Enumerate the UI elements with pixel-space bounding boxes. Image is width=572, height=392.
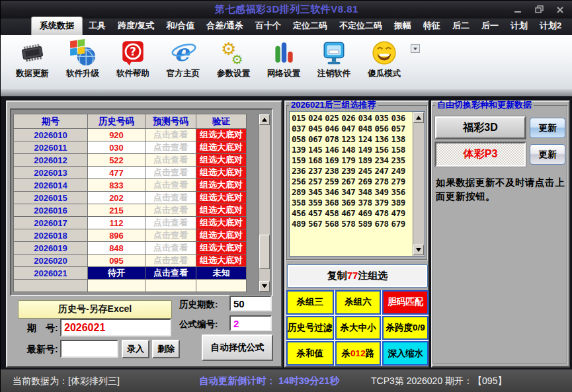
update-fucai-button[interactable]: 更新: [530, 118, 565, 138]
tab-6[interactable]: 定位二码: [287, 17, 333, 35]
countdown-status: 自动更新倒计时： 14时39分21秒: [199, 375, 339, 387]
smiley-icon: [370, 39, 398, 67]
delete-button[interactable]: 删除: [152, 340, 180, 358]
verify-cell: 组选大底对: [196, 229, 247, 242]
formula-label: 公式编号:: [179, 319, 218, 331]
upgrade-icon: [69, 39, 97, 67]
restore-button[interactable]: [533, 5, 545, 15]
help-icon: ?: [119, 39, 147, 67]
filter-button-2[interactable]: 胆码匹配: [382, 290, 429, 315]
number-cell: 202: [88, 192, 145, 204]
table-row: 2026017112点击查看组选大底对: [14, 217, 247, 229]
verify-cell: 组选大底对: [196, 129, 247, 141]
tab-8[interactable]: 振幅: [388, 17, 417, 35]
scroll-up-icon[interactable]: [413, 112, 424, 123]
latest-number-input[interactable]: [60, 340, 118, 358]
tab-2[interactable]: 跨度/复式: [112, 17, 161, 35]
predict-cell[interactable]: 点击查看: [145, 204, 196, 217]
tab-10[interactable]: 后二: [446, 17, 475, 35]
ticai-p3-button[interactable]: 体彩P3: [435, 142, 526, 167]
filter-button-8[interactable]: 深入缩水: [382, 341, 429, 366]
number-cell: 833: [88, 179, 145, 192]
scroll-down-icon[interactable]: [259, 281, 270, 292]
gears-icon: ⚙⚙: [220, 39, 247, 67]
table-scrollbar[interactable]: [259, 114, 270, 292]
toolbar-item-1[interactable]: 软件升级: [58, 39, 108, 79]
menu-tab-bar: 系统数据工具跨度/复式和/合值合差/通杀百十个定位二码不定位二码振幅特征后二后一…: [1, 19, 572, 35]
switch-title: 自由切换彩种和更新数据: [435, 99, 534, 111]
issue-cell: 2026014: [14, 179, 88, 192]
tab-5[interactable]: 百十个: [249, 17, 287, 35]
logout-monitor-icon: [320, 39, 348, 67]
predict-cell[interactable]: 点击查看: [145, 129, 196, 141]
predict-cell[interactable]: 点击查看: [145, 229, 196, 242]
predict-cell[interactable]: 点击查看: [145, 154, 196, 167]
filter-button-6[interactable]: 杀和值: [286, 341, 334, 366]
tab-0[interactable]: 系统数据: [31, 17, 83, 35]
issue-cell: 2026017: [14, 217, 88, 229]
predict-cell[interactable]: 点击查看: [145, 141, 196, 154]
tab-13[interactable]: 计划2: [534, 17, 567, 35]
table-row: 2026021待开点击查看未知: [14, 267, 247, 280]
tab-4[interactable]: 合差/通杀: [200, 17, 249, 35]
issue-input[interactable]: [60, 319, 171, 336]
toolbar-item-0[interactable]: 数据更新: [7, 39, 58, 79]
table-row: 2026020095点击查看组选大底对: [14, 255, 247, 267]
predict-cell[interactable]: 点击查看: [145, 255, 196, 267]
issue-cell: 2026018: [14, 229, 88, 242]
predict-cell[interactable]: 点击查看: [145, 192, 196, 204]
toolbar-item-7[interactable]: 傻瓜模式: [359, 39, 409, 79]
toolbar-item-label: 软件升级: [66, 68, 99, 79]
issue-cell: 2026015: [14, 192, 88, 204]
filter-button-0[interactable]: 杀组三: [286, 290, 334, 315]
enter-button[interactable]: 录入: [122, 340, 149, 358]
number-cell: 215: [88, 204, 145, 217]
verify-cell: 组选大底对: [196, 179, 247, 192]
main-area: 期号历史号码预测号码验证2026010920点击查看组选大底对202601103…: [1, 97, 572, 369]
numbers-scrollbar[interactable]: [413, 112, 425, 256]
verify-cell: 组选大底对: [196, 141, 247, 154]
fucai-3d-button[interactable]: 福彩3D: [435, 116, 526, 139]
verify-cell: 组选大底对: [196, 192, 247, 204]
filter-button-5[interactable]: 杀跨度0/9: [382, 316, 429, 340]
tab-9[interactable]: 特征: [417, 17, 446, 35]
toolbar-overflow-icon[interactable]: [411, 44, 420, 53]
copy-selections-button[interactable]: 复制77注组选: [287, 264, 428, 288]
auto-formula-button[interactable]: 自动择优公式: [202, 334, 273, 361]
update-ticai-button[interactable]: 更新: [530, 144, 565, 165]
toolbar-item-label: 注销软件: [317, 68, 350, 79]
toolbar-item-6[interactable]: 注销软件: [309, 39, 359, 79]
toolbar-item-3[interactable]: e官方主页: [158, 39, 208, 79]
toolbar-item-5[interactable]: 网络设置: [259, 39, 309, 79]
tab-11[interactable]: 后一: [475, 17, 505, 35]
predict-cell[interactable]: [145, 280, 196, 292]
formula-input[interactable]: [229, 315, 272, 331]
predict-cell[interactable]: 点击查看: [145, 179, 196, 192]
tab-7[interactable]: 不定位二码: [333, 17, 388, 35]
predict-cell[interactable]: 点击查看: [145, 167, 196, 179]
filter-button-4[interactable]: 杀大中小: [335, 316, 382, 340]
scroll-down-icon[interactable]: [413, 245, 424, 255]
verify-cell: 组选大底对: [196, 204, 247, 217]
window-title: 第七感福彩3D排列三软件V8.81: [1, 3, 572, 16]
predict-cell[interactable]: 点击查看: [145, 242, 196, 255]
scrollbar-thumb[interactable]: [259, 235, 270, 269]
close-button[interactable]: [554, 5, 566, 15]
toolbar-item-4[interactable]: ⚙⚙参数设置: [208, 39, 259, 79]
filter-button-3[interactable]: 历史号过滤: [286, 316, 334, 340]
scroll-up-icon[interactable]: [259, 114, 270, 125]
recommend-numbers-text[interactable]: 015 024 025 026 034 035 036 037 045 046 …: [290, 112, 413, 256]
filter-button-1[interactable]: 杀组六: [335, 290, 382, 315]
filter-button-7[interactable]: 杀012路: [335, 341, 382, 366]
export-excel-button[interactable]: 历史号-另存Excel: [18, 300, 172, 319]
tab-12[interactable]: 计划: [505, 17, 534, 35]
current-data-status: 当前数据为：[体彩排列三]: [13, 375, 120, 387]
minimize-button[interactable]: [512, 5, 524, 15]
predict-cell[interactable]: 点击查看: [145, 217, 196, 229]
tab-1[interactable]: 工具: [83, 17, 112, 35]
number-cell: 920: [88, 129, 145, 141]
toolbar-item-2[interactable]: ?软件帮助: [108, 39, 158, 79]
periods-input[interactable]: [229, 295, 272, 311]
tab-3[interactable]: 和/合值: [161, 17, 201, 35]
predict-cell[interactable]: 点击查看: [145, 267, 196, 280]
